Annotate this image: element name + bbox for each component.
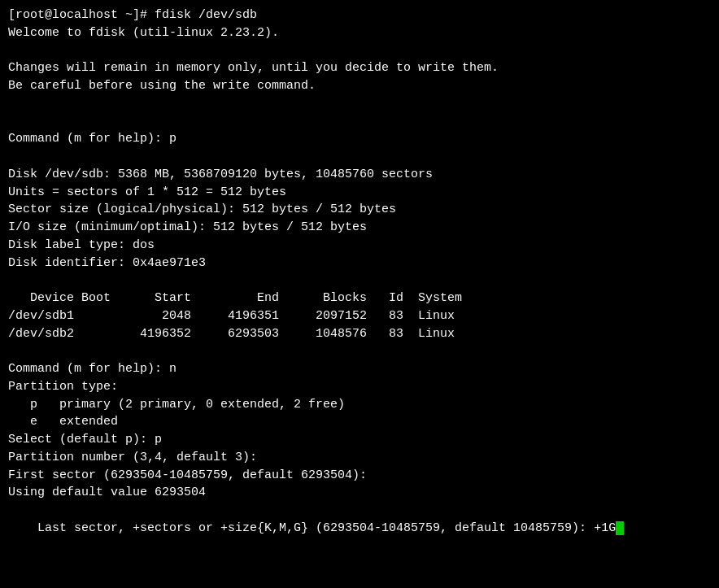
disk-info3: Sector size (logical/physical): 512 byte…	[8, 201, 711, 219]
terminal-cursor	[616, 521, 624, 535]
command2-line: Command (m for help): n	[8, 360, 711, 378]
first-sector-line: First sector (6293504-10485759, default …	[8, 467, 711, 485]
disk-info4: I/O size (minimum/optimal): 512 bytes / …	[8, 219, 711, 237]
command1-line: Command (m for help): p	[8, 130, 711, 148]
select-line: Select (default p): p	[8, 431, 711, 449]
blank2	[8, 95, 711, 113]
changes-line1: Changes will remain in memory only, unti…	[8, 59, 711, 77]
changes-line2: Be careful before using the write comman…	[8, 77, 711, 95]
blank4	[8, 148, 711, 166]
partition-type-p: p primary (2 primary, 0 extended, 2 free…	[8, 396, 711, 414]
blank5	[8, 272, 711, 290]
prompt-line: [root@localhost ~]# fdisk /dev/sdb	[8, 7, 711, 24]
table-row1: /dev/sdb1 2048 4196351 2097152 83 Linux	[8, 307, 711, 325]
partition-number-line: Partition number (3,4, default 3):	[8, 449, 711, 467]
last-sector-line: Last sector, +sectors or +size{K,M,G} (6…	[8, 502, 711, 555]
disk-info6: Disk identifier: 0x4ae971e3	[8, 255, 711, 272]
blank1	[8, 42, 711, 60]
using-default-line: Using default value 6293504	[8, 484, 711, 502]
disk-info2: Units = sectors of 1 * 512 = 512 bytes	[8, 184, 711, 202]
table-header: Device Boot Start End Blocks Id System	[8, 290, 711, 307]
terminal-window: [root@localhost ~]# fdisk /dev/sdb Welco…	[8, 7, 711, 581]
disk-info5: Disk label type: dos	[8, 237, 711, 255]
partition-type-e: e extended	[8, 413, 711, 431]
blank3	[8, 113, 711, 131]
disk-info1: Disk /dev/sdb: 5368 MB, 5368709120 bytes…	[8, 166, 711, 184]
last-sector-text: Last sector, +sectors or +size{K,M,G} (6…	[37, 521, 616, 535]
table-row2: /dev/sdb2 4196352 6293503 1048576 83 Lin…	[8, 325, 711, 343]
partition-type-label: Partition type:	[8, 378, 711, 396]
welcome-line: Welcome to fdisk (util-linux 2.23.2).	[8, 24, 711, 42]
blank6	[8, 342, 711, 360]
